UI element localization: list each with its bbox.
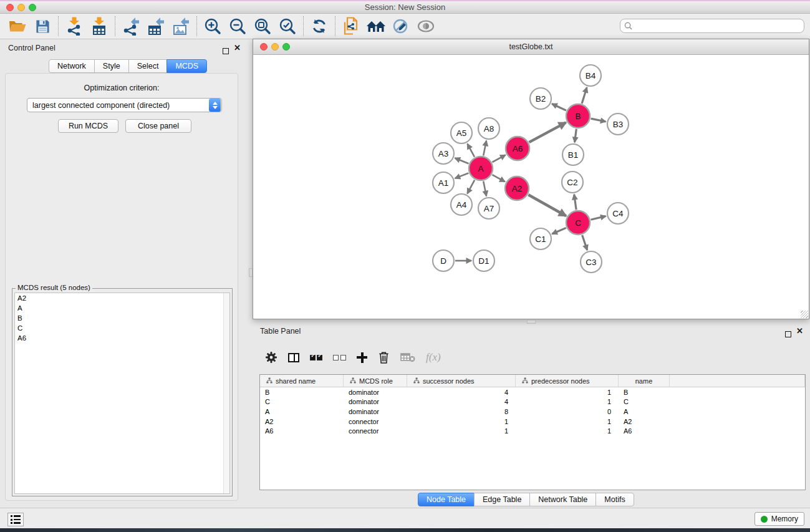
graph-node-D[interactable]: D	[433, 250, 454, 271]
graph-node-C3[interactable]: C3	[581, 251, 602, 273]
table-row[interactable]: Adominator80A	[260, 407, 805, 417]
graph-edge-A-A1[interactable]	[455, 173, 469, 178]
tab-select[interactable]: Select	[128, 59, 168, 73]
tab-node-table[interactable]: Node Table	[418, 493, 475, 506]
magnifier-plus-icon[interactable]	[200, 15, 225, 37]
graph-node-A8[interactable]: A8	[478, 118, 499, 139]
graph-edge-B-B4[interactable]	[582, 87, 587, 104]
gear-icon[interactable]	[265, 351, 277, 364]
tab-style[interactable]: Style	[94, 59, 129, 73]
graph-node-A2[interactable]: A2	[505, 177, 529, 200]
control-panel-float-button[interactable]	[223, 46, 229, 57]
graph-edge-C-C1[interactable]	[552, 228, 566, 234]
splitter-grip-vertical[interactable]	[249, 268, 253, 277]
column-header-name[interactable]: name	[619, 375, 670, 387]
tab-network-table[interactable]: Network Table	[529, 493, 596, 506]
tab-motifs[interactable]: Motifs	[595, 493, 634, 506]
refresh-arrows-icon[interactable]	[307, 15, 332, 37]
magnifier-box-icon[interactable]	[250, 15, 275, 37]
list-item[interactable]: A6	[15, 333, 229, 343]
search-input[interactable]	[635, 22, 800, 31]
graph-edge-A-A6[interactable]	[492, 155, 505, 162]
graph-edge-A-A7[interactable]	[483, 181, 486, 196]
graph-node-C4[interactable]: C4	[607, 203, 629, 224]
graph-edge-A2-C[interactable]	[528, 195, 566, 216]
trash-icon[interactable]	[378, 351, 390, 364]
memory-button[interactable]: Memory	[755, 512, 804, 526]
tab-network[interactable]: Network	[49, 59, 95, 73]
table-panel-close-button[interactable]: ✕	[796, 328, 803, 334]
network-canvas[interactable]: B4B2BB3A8A5A6A3B1AA1C2A2A4A7C4CC1DD1C3	[253, 55, 809, 319]
plus-icon[interactable]	[357, 352, 367, 363]
column-header-shared-name[interactable]: shared name	[260, 375, 344, 387]
graph-node-B[interactable]: B	[566, 104, 590, 128]
graph-edge-A-A4[interactable]	[467, 180, 475, 194]
close-panel-button[interactable]: Close panel	[125, 119, 191, 133]
export-image-arrow-icon[interactable]	[168, 15, 193, 37]
graph-edge-A-A5[interactable]	[468, 144, 475, 157]
criterion-dropdown[interactable]: largest connected component (directed)	[27, 98, 222, 112]
graph-node-A3[interactable]: A3	[433, 143, 454, 164]
splitter-grip-horizontal[interactable]	[527, 320, 536, 324]
graph-edge-C-C2[interactable]	[574, 195, 576, 210]
list-scrollbar[interactable]	[223, 293, 229, 493]
table-panel-float-button[interactable]	[785, 329, 791, 340]
control-panel-close-button[interactable]: ✕	[234, 45, 241, 51]
document-network-icon[interactable]	[339, 15, 364, 37]
double-home-icon[interactable]	[364, 15, 388, 37]
save-floppy-icon[interactable]	[30, 15, 55, 37]
graph-node-B3[interactable]: B3	[607, 114, 629, 135]
table-row[interactable]: Bdominator41B	[260, 387, 805, 397]
export-network-arrow-icon[interactable]	[118, 15, 143, 37]
run-mcds-button[interactable]: Run MCDS	[58, 119, 118, 133]
tab-edge-table[interactable]: Edge Table	[474, 493, 530, 506]
graph-node-A7[interactable]: A7	[478, 198, 499, 219]
column-header-successor-nodes[interactable]: successor nodes	[407, 375, 516, 387]
list-item[interactable]: A	[15, 303, 229, 313]
split-columns-icon[interactable]	[288, 353, 299, 362]
graph-edge-B-B2[interactable]	[552, 104, 566, 110]
export-table-arrow-icon[interactable]	[143, 15, 168, 37]
graph-node-A6[interactable]: A6	[506, 137, 529, 160]
graph-node-B1[interactable]: B1	[562, 144, 584, 165]
graph-node-C1[interactable]: C1	[530, 228, 551, 249]
list-item[interactable]: A2	[15, 293, 229, 303]
mcds-result-list[interactable]: A2ABCA6	[14, 293, 230, 494]
graph-edge-A6-B[interactable]	[529, 122, 566, 142]
graph-node-C2[interactable]: C2	[562, 172, 583, 193]
graph-node-A[interactable]: A	[469, 157, 493, 180]
table-row[interactable]: A6connector11A6	[260, 426, 805, 436]
table-row[interactable]: Cdominator41C	[260, 397, 805, 407]
import-table-arrow-icon[interactable]	[87, 15, 112, 37]
list-item[interactable]: C	[15, 323, 229, 333]
graph-edge-B-B1[interactable]	[575, 129, 577, 142]
graph-edge-C-C3[interactable]	[582, 235, 587, 250]
graph-edge-A-A8[interactable]	[483, 141, 486, 156]
task-history-icon[interactable]	[7, 513, 24, 526]
graph-node-B2[interactable]: B2	[530, 88, 551, 109]
graph-node-B4[interactable]: B4	[580, 65, 601, 86]
window-resize-grip[interactable]	[801, 311, 808, 318]
checked-boxes-icon[interactable]	[310, 355, 322, 360]
open-folder-icon[interactable]	[5, 15, 30, 37]
list-item[interactable]: B	[15, 313, 229, 323]
column-header-MCDS-role[interactable]: MCDS role	[344, 375, 407, 387]
column-header-predecessor-nodes[interactable]: predecessor nodes	[516, 375, 619, 387]
import-network-arrow-icon[interactable]	[62, 15, 87, 37]
unchecked-boxes-icon[interactable]	[333, 355, 346, 360]
graph-edge-A-A2[interactable]	[492, 175, 504, 181]
graph-edge-A-A3[interactable]	[455, 158, 469, 163]
graph-edge-B-B3[interactable]	[591, 118, 606, 122]
graph-node-C[interactable]: C	[566, 211, 590, 235]
magnifier-check-icon[interactable]	[275, 15, 300, 37]
graph-node-D1[interactable]: D1	[473, 250, 494, 271]
graph-node-A1[interactable]: A1	[433, 172, 454, 193]
magnifier-minus-icon[interactable]	[225, 15, 250, 37]
table-row[interactable]: A2connector11A2	[260, 417, 805, 427]
graph-edge-C-C4[interactable]	[591, 216, 605, 220]
graph-node-A5[interactable]: A5	[451, 122, 472, 143]
tab-mcds[interactable]: MCDS	[166, 59, 207, 73]
search-field[interactable]	[620, 19, 804, 33]
graph-node-A4[interactable]: A4	[451, 194, 472, 215]
pen-slash-icon[interactable]	[388, 15, 413, 37]
